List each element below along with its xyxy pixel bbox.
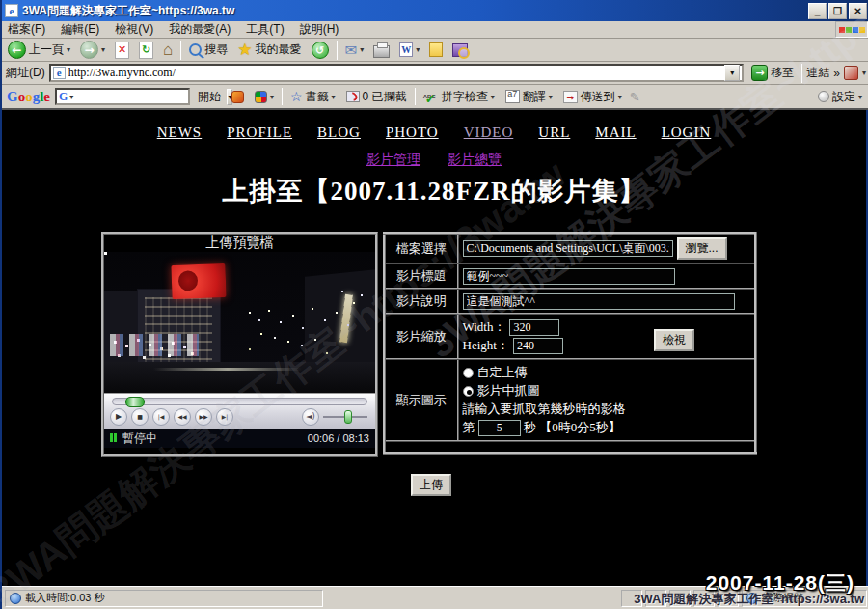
seek-bar[interactable] <box>112 398 367 405</box>
settings-sphere-icon <box>818 91 829 102</box>
google-g-dropdown-icon[interactable]: ▾ <box>69 93 73 101</box>
menu-favorites[interactable]: 我的最愛(A) <box>169 21 231 38</box>
spellcheck-dropdown-icon[interactable]: ▾ <box>491 93 495 101</box>
plugins-dropdown-icon[interactable]: ▾ <box>270 93 274 101</box>
pdf-toolbar-icon[interactable] <box>844 66 858 80</box>
ie-page-icon: e <box>53 67 66 79</box>
width-input[interactable] <box>509 319 559 336</box>
nav-url[interactable]: URL <box>538 125 570 140</box>
mute-button[interactable]: ◄) <box>302 408 319 426</box>
highlight-pen-icon[interactable]: ✎ <box>630 90 640 104</box>
settings-button[interactable]: 設定 ▾ <box>815 88 865 106</box>
file-select-label: 檔案選擇 <box>385 234 458 264</box>
google-plugins-button[interactable]: ▾ <box>252 90 277 104</box>
pause-icon <box>114 433 117 442</box>
forward-dropdown-icon[interactable]: ▾ <box>101 45 105 54</box>
popup-blocker-button[interactable]: 0 已攔截 <box>343 88 410 106</box>
settings-dropdown-icon[interactable]: ▾ <box>858 93 862 101</box>
edit-with-word-button[interactable]: W ▾ <box>397 42 421 58</box>
seconds-input[interactable] <box>478 420 521 436</box>
bookmarks-dropdown-icon[interactable]: ▾ <box>332 93 336 101</box>
print-button[interactable] <box>371 42 392 59</box>
menu-edit[interactable]: 編輯(E) <box>61 21 99 38</box>
favorites-button[interactable]: ★ 我的最愛 <box>235 41 303 60</box>
menu-help[interactable]: 說明(H) <box>300 21 339 38</box>
translate-dropdown-icon[interactable]: ▾ <box>549 93 553 101</box>
close-button[interactable]: ✕ <box>849 3 867 19</box>
mail-button[interactable]: ✉ ▾ <box>343 41 366 60</box>
google-search-box[interactable]: G ▾ ▾ <box>55 88 190 105</box>
status-left-panel: 載入時間:0.03 秒 <box>5 590 323 607</box>
translate-icon: a7 <box>505 90 520 103</box>
stop-playback-button[interactable]: ■ <box>131 408 149 426</box>
stop-icon: ✕ <box>115 42 129 59</box>
menu-tools[interactable]: 工具(T) <box>246 21 284 38</box>
radio-custom-upload[interactable] <box>463 368 474 378</box>
nav-login[interactable]: LOGIN <box>662 125 712 140</box>
address-input[interactable] <box>68 66 722 80</box>
street <box>104 362 375 393</box>
pdf-dropdown-icon[interactable]: ▾ <box>862 69 866 77</box>
ie-page-icon: e <box>5 4 18 17</box>
view-button[interactable]: 檢視 <box>654 329 694 351</box>
forward-button[interactable]: → ▾ <box>78 40 107 60</box>
load-time-text: 載入時間:0.03 秒 <box>25 591 105 605</box>
play-button[interactable]: ▶ <box>110 408 127 426</box>
links-label[interactable]: 連結 <box>806 65 829 81</box>
logo-yellow <box>859 27 865 33</box>
nav-news[interactable]: NEWS <box>157 125 203 140</box>
volume-handle[interactable] <box>344 410 352 424</box>
send-to-button[interactable]: → 傳送到 ▾ <box>560 88 625 106</box>
refresh-button[interactable]: ↻ <box>137 41 155 60</box>
go-button[interactable]: → 移至 <box>747 64 798 82</box>
video-frame[interactable] <box>104 252 375 393</box>
restore-button[interactable]: ❐ <box>828 3 847 19</box>
print-icon <box>373 45 390 58</box>
nav-video[interactable]: VIDEO <box>464 125 514 140</box>
video-desc-input[interactable] <box>463 293 735 310</box>
word-dropdown-icon[interactable]: ▾ <box>416 45 420 54</box>
nav-mail[interactable]: MAIL <box>595 125 636 140</box>
google-start-button[interactable]: 開始 <box>195 88 224 106</box>
rewind-button[interactable]: ◀◀ <box>174 408 191 426</box>
stop-button[interactable]: ✕ <box>113 41 131 60</box>
messenger-button[interactable] <box>427 42 445 58</box>
file-path-input[interactable] <box>463 240 673 257</box>
nav-photo[interactable]: PHOTO <box>386 125 439 140</box>
nav-profile[interactable]: PROFILE <box>227 125 292 140</box>
spellcheck-button[interactable]: ABC✓ 拼字檢查 ▾ <box>420 88 498 106</box>
home-icon: ⌂ <box>163 42 173 59</box>
links-chevron-icon[interactable]: » <box>833 67 840 80</box>
browse-button[interactable]: 瀏覽... <box>677 237 727 260</box>
send-to-dropdown-icon[interactable]: ▾ <box>618 93 622 101</box>
next-button[interactable]: ▶| <box>216 408 233 426</box>
video-title-input[interactable] <box>463 268 675 285</box>
minimize-button[interactable]: _ <box>808 3 827 19</box>
preview-header: 上傳預覽檔 <box>104 235 375 252</box>
menu-file[interactable]: 檔案(F) <box>8 21 45 38</box>
home-button[interactable]: ⌂ <box>161 41 175 60</box>
subnav-video-manage[interactable]: 影片管理 <box>366 152 420 167</box>
subnav-video-overview[interactable]: 影片總覽 <box>448 152 502 167</box>
address-field[interactable]: e ▾ <box>49 64 745 82</box>
translate-button[interactable]: a7 翻譯 ▾ <box>502 88 556 106</box>
fast-forward-button[interactable]: ▶▶ <box>195 408 212 426</box>
search-button[interactable]: 搜尋 <box>187 41 230 59</box>
back-button[interactable]: ← 上一頁 ▾ <box>6 40 72 60</box>
radio-capture-frame[interactable] <box>463 386 474 397</box>
mail-dropdown-icon[interactable]: ▾ <box>360 45 364 54</box>
nav-blog[interactable]: BLOG <box>317 125 361 140</box>
google-sites-button[interactable] <box>229 90 247 104</box>
volume-slider[interactable] <box>323 416 367 418</box>
previous-button[interactable]: |◀ <box>152 408 170 426</box>
upload-button[interactable]: 上傳 <box>411 474 451 496</box>
address-dropdown-icon[interactable]: ▾ <box>724 65 740 81</box>
media-button[interactable] <box>450 42 470 58</box>
height-input[interactable] <box>513 338 563 354</box>
player-status-bar: 暫停中 00:06 / 08:13 <box>104 429 375 448</box>
back-dropdown-icon[interactable]: ▾ <box>67 45 70 54</box>
bookmarks-button[interactable]: ☆ 書籤 ▾ <box>287 88 339 106</box>
history-button[interactable]: ↺ <box>310 41 331 60</box>
menu-view[interactable]: 檢視(V) <box>115 21 153 38</box>
seek-handle[interactable] <box>125 397 145 407</box>
